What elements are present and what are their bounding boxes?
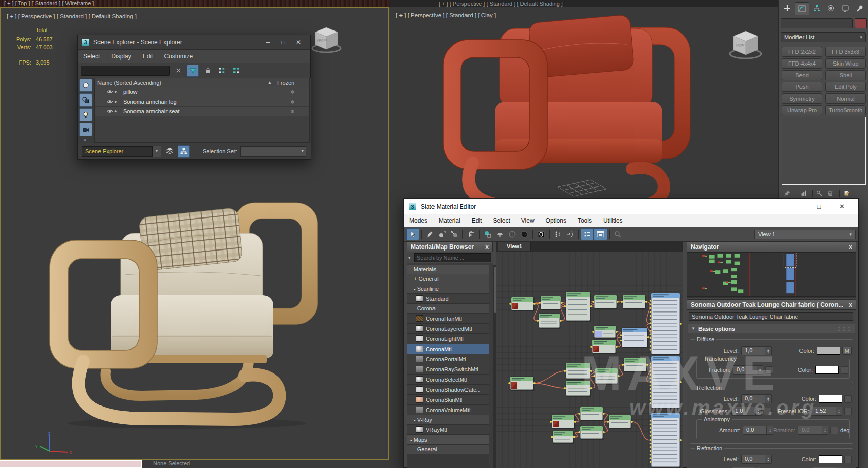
material-node[interactable]	[578, 426, 605, 440]
modifier-button-push[interactable]: Push	[782, 82, 822, 92]
material-node[interactable]	[650, 413, 682, 468]
material-node[interactable]	[509, 297, 536, 311]
basic-options-rollout[interactable]: ▼ Basic options ⋮⋮⋮	[688, 324, 855, 333]
material-node[interactable]	[537, 314, 562, 329]
modifier-button-unwrap-pro[interactable]: Unwrap Pro	[782, 105, 822, 115]
browser-group[interactable]: - Materials	[407, 265, 489, 274]
map-slot-button[interactable]	[830, 427, 838, 434]
display-lights-icon[interactable]	[79, 108, 92, 121]
browser-options-arrow-icon[interactable]: ▾	[408, 255, 414, 260]
slate-menu-options[interactable]: Options	[540, 217, 572, 224]
param-spinner[interactable]: 0,0▴▾	[741, 394, 772, 403]
browser-item[interactable]: CoronaLightMtl	[407, 334, 489, 344]
viewcube-right[interactable]: FRONT	[726, 26, 765, 63]
slate-menu-material[interactable]: Material	[433, 217, 466, 224]
maxscript-mini-listener[interactable]	[0, 460, 142, 468]
layout-children-icon[interactable]	[564, 229, 576, 240]
material-node[interactable]	[592, 295, 619, 309]
show-node-numbers-icon[interactable]	[535, 229, 547, 240]
frozen-icon[interactable]: ❄	[290, 99, 294, 105]
color-swatch[interactable]	[815, 366, 839, 374]
view-selector-dropdown[interactable]: View 1▾	[754, 230, 856, 239]
red-clay-armchair-model[interactable]	[429, 10, 713, 213]
material-node[interactable]	[551, 431, 575, 444]
configure-modifier-sets-icon[interactable]	[842, 189, 851, 197]
show-end-result-icon[interactable]	[799, 189, 808, 197]
modifier-list-dropdown[interactable]: Modifier List ▾	[781, 32, 866, 42]
table-row[interactable]: ●Sonoma armchair seat❄	[95, 107, 309, 116]
browser-item[interactable]: CoronaShadowCatc...	[407, 385, 489, 395]
display-layers-icon[interactable]	[164, 145, 175, 157]
selection-set-dropdown[interactable]: ▾	[240, 146, 306, 157]
close-button[interactable]: ✕	[830, 203, 853, 210]
remove-modifier-icon[interactable]	[826, 189, 835, 197]
browser-subgroup[interactable]: - Corona	[407, 304, 489, 314]
frozen-icon[interactable]: ❄	[290, 109, 294, 114]
material-node[interactable]	[622, 358, 648, 372]
slate-menu-view[interactable]: View	[516, 217, 540, 224]
make-unique-icon[interactable]	[815, 189, 824, 197]
display-cameras-icon[interactable]	[79, 123, 92, 136]
browser-subgroup[interactable]: - Scanline	[407, 284, 489, 294]
browser-item[interactable]: CoronaHairMtl	[407, 314, 489, 324]
map-slot-button[interactable]	[844, 456, 852, 463]
pick-material-from-object-icon[interactable]	[424, 229, 436, 240]
browser-item[interactable]: CoronaMtl	[407, 344, 489, 354]
modifier-button-ffd-3x3x3[interactable]: FFD 3x3x3	[825, 47, 866, 57]
show-end-result-icon[interactable]	[518, 229, 530, 240]
collapse-tree-icon[interactable]	[230, 65, 242, 76]
modifier-button-bend[interactable]: Bend	[782, 70, 822, 80]
modifier-button-symmetry[interactable]: Symmetry	[782, 93, 822, 104]
color-swatch[interactable]	[817, 347, 840, 355]
material-node[interactable]	[590, 340, 618, 354]
material-node[interactable]	[593, 368, 620, 385]
map-slot-button[interactable]	[844, 408, 852, 415]
material-node[interactable]	[578, 407, 605, 421]
object-dot-icon[interactable]: ●	[114, 89, 121, 95]
maximize-button[interactable]: □	[276, 39, 291, 46]
material-preview-icon[interactable]	[594, 228, 607, 240]
pin-stack-icon[interactable]	[783, 189, 792, 197]
close-button[interactable]: ✕	[291, 39, 306, 46]
param-spinner[interactable]: 0,0▴▾	[743, 426, 773, 435]
material-node[interactable]	[550, 415, 576, 429]
browser-item[interactable]: CoronaPortalMtl	[407, 354, 489, 364]
browser-item[interactable]: CoronaRaySwitchMtl	[407, 364, 489, 375]
scene-explorer-menu-display[interactable]: Display	[106, 53, 137, 60]
material-node[interactable]	[650, 293, 682, 355]
material-name-field[interactable]: Sonoma Outdoor Teak Lounge Chair fabric	[689, 312, 853, 321]
param-spinner[interactable]: 0,0▴▾	[733, 365, 763, 375]
delete-selected-icon[interactable]	[465, 229, 477, 240]
modifier-button-shell[interactable]: Shell	[825, 70, 866, 80]
node-canvas[interactable]	[496, 252, 683, 468]
visibility-eye-icon[interactable]	[106, 89, 114, 95]
frozen-icon[interactable]: ❄	[290, 89, 294, 95]
modifier-button-skin-wrap[interactable]: Skin Wrap	[825, 58, 866, 69]
viewcube[interactable]: FRONT	[309, 23, 344, 56]
tab-modify[interactable]	[795, 2, 809, 15]
material-node[interactable]	[508, 377, 536, 391]
slate-menu-select[interactable]: Select	[487, 217, 515, 224]
expand-to-selection-icon[interactable]	[216, 65, 227, 76]
slate-menu-edit[interactable]: Edit	[466, 217, 488, 224]
column-header-name[interactable]: Name (Sorted Ascending) ▲	[95, 80, 274, 86]
column-header-frozen[interactable]: Frozen	[274, 80, 309, 86]
hierarchy-view-icon[interactable]	[178, 145, 190, 158]
put-material-to-scene-icon[interactable]	[448, 229, 460, 240]
object-name-field[interactable]	[781, 18, 853, 28]
color-swatch[interactable]	[819, 395, 842, 403]
assign-material-to-selection-icon[interactable]	[482, 229, 494, 240]
search-input[interactable]	[81, 66, 170, 76]
scene-explorer-titlebar[interactable]: 3 Scene Explorer - Scene Explorer – □ ✕	[78, 35, 310, 50]
close-panel-icon[interactable]: x	[849, 301, 852, 308]
material-node[interactable]	[650, 356, 682, 409]
scene-explorer-menu-select[interactable]: Select	[78, 53, 106, 60]
map-slot-button[interactable]	[764, 408, 772, 415]
object-color-swatch[interactable]	[855, 18, 867, 28]
material-node[interactable]	[607, 415, 633, 429]
get-material-icon[interactable]	[436, 229, 448, 240]
object-dot-icon[interactable]: ●	[114, 99, 121, 104]
tab-hierarchy[interactable]	[810, 2, 823, 14]
put-to-library-icon[interactable]	[494, 229, 506, 240]
material-node[interactable]	[620, 328, 649, 348]
